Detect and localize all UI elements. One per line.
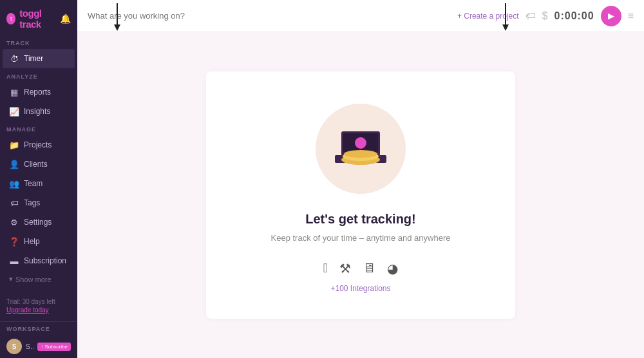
sidebar-item-timer-label: Timer [24,54,43,63]
logo-icon: t [6,13,15,24]
illustration [316,104,406,194]
svg-point-7 [355,137,366,149]
sidebar-item-clients-label: Clients [24,160,48,169]
sidebar-item-settings[interactable]: ⚙ Settings [3,212,75,232]
tracking-subtitle: Keep track of your time – anytime and an… [271,233,451,243]
team-icon: 👥 [9,178,19,189]
user-name: Stewart Gadd's... [26,343,33,350]
sidebar-item-insights-label: Insights [24,107,50,116]
user-row: S Stewart Gadd's... ↑ Subscribe [0,335,77,358]
sidebar-item-clients[interactable]: 👤 Clients [3,155,75,174]
notification-icon[interactable]: 🔔 [60,14,71,24]
sidebar: t toggl track 🔔 TRACK ⏱ Timer ANALYZE ▦ … [0,0,77,358]
section-label-track: TRACK [0,35,77,49]
sidebar-item-projects-label: Projects [24,140,52,149]
content-area: Let's get tracking! Keep track of your t… [77,32,644,358]
main-area: + Create a project 🏷 $ 0:00:00 ▶ ≡ [77,0,644,358]
sidebar-item-help[interactable]: ❓ Help [3,232,75,251]
svg-point-10 [344,150,377,158]
subscribe-button[interactable]: ↑ Subscribe [37,343,71,351]
upgrade-link[interactable]: Upgrade today [6,306,71,314]
show-more-label: Show more [15,276,52,283]
sidebar-item-projects[interactable]: 📁 Projects [3,135,75,155]
clients-icon: 👤 [9,159,19,169]
timer-display: 0:00:00 [554,10,594,22]
sidebar-item-reports-label: Reports [24,88,51,97]
header-bar: + Create a project 🏷 $ 0:00:00 ▶ ≡ [77,0,644,32]
browser-icon: ◕ [387,261,398,276]
tracking-title: Let's get tracking! [305,212,415,227]
avatar: S [6,339,22,354]
section-label-analyze: ANALYZE [0,68,77,82]
integrations-text: +100 Integrations [330,284,390,293]
sidebar-item-insights[interactable]: 📈 Insights [3,102,75,121]
projects-icon: 📁 [9,140,19,150]
android-icon: ⚒ [339,261,351,276]
reports-icon: ▦ [9,87,19,97]
play-button[interactable]: ▶ [601,6,621,26]
create-project-button[interactable]: + Create a project [457,12,519,21]
chevron-down-icon: ▾ [9,275,13,283]
sidebar-item-team[interactable]: 👥 Team [3,174,75,193]
tag-button[interactable]: 🏷 [526,10,536,22]
insights-icon: 📈 [9,106,19,117]
section-label-manage: MANAGE [0,121,77,135]
menu-button[interactable]: ≡ [628,10,634,22]
sidebar-item-help-label: Help [24,237,40,246]
sidebar-item-tags[interactable]: 🏷 Tags [3,193,75,212]
trial-text: Trial: 30 days left [6,298,55,305]
sidebar-item-timer[interactable]: ⏱ Timer [3,49,75,68]
show-more[interactable]: ▾ Show more [3,272,75,287]
sidebar-item-reports[interactable]: ▦ Reports [3,82,75,102]
laptop-illustration [325,120,396,178]
tracking-card: Let's get tracking! Keep track of your t… [206,71,515,319]
time-entry-input[interactable] [88,11,450,21]
sidebar-item-team-label: Team [24,179,43,188]
sidebar-item-settings-label: Settings [24,218,52,227]
desktop-icon: 🖥 [363,261,375,276]
timer-icon: ⏱ [9,53,19,64]
apple-icon:  [323,261,328,276]
workspace-label: WORKSPACE [0,321,77,335]
tags-icon: 🏷 [9,198,19,208]
help-icon: ❓ [9,236,19,247]
billing-button[interactable]: $ [542,10,548,22]
platform-icons:  ⚒ 🖥 ◕ [323,261,398,276]
sidebar-item-tags-label: Tags [24,198,40,207]
subscription-icon: ▬ [9,256,19,266]
header-actions: + Create a project 🏷 $ 0:00:00 ▶ ≡ [457,6,634,26]
sidebar-item-subscription-label: Subscription [24,256,66,265]
svg-marker-1 [114,24,120,31]
logo-text: toggl track [19,8,56,30]
trial-info: Trial: 30 days left Upgrade today [0,293,77,319]
settings-icon: ⚙ [9,217,19,227]
logo-bar: t toggl track 🔔 [0,0,77,35]
sidebar-item-subscription[interactable]: ▬ Subscription [3,251,75,270]
